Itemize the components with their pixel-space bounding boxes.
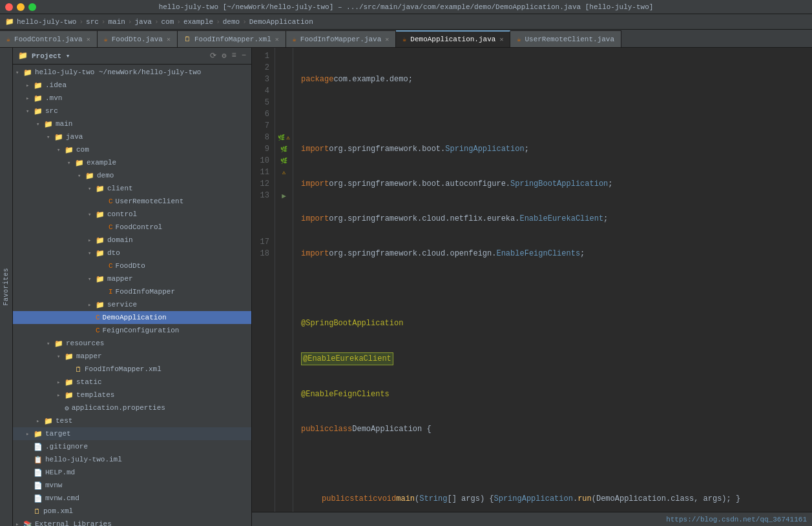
window-title: hello-july-two [~/newWork/hello-july-two… (159, 3, 654, 11)
tree-item-mapper[interactable]: ▾ 📁 mapper (13, 272, 251, 285)
tab-label: FoodDto.java (112, 35, 163, 43)
tree-item-demoapplication[interactable]: C DemoApplication (13, 311, 251, 324)
folder-icon: 📁 (96, 210, 105, 219)
java-icon: ☕ (402, 35, 406, 43)
traffic-lights (5, 3, 36, 11)
breadcrumb-item[interactable]: demo (223, 18, 240, 26)
tree-item-res-mapper[interactable]: ▾ 📁 mapper (13, 350, 251, 363)
tab-label: FoodInfoMapper.xml (194, 35, 271, 43)
tree-item-idea[interactable]: ▸ 📁 .idea (13, 79, 251, 92)
gear-icon[interactable]: ≡ (232, 51, 236, 61)
tree-item-helpmd[interactable]: 📄 HELP.md (13, 466, 251, 479)
minimize-button[interactable] (17, 3, 25, 11)
warning-gutter-icon: ⚠ (286, 134, 289, 141)
tab-demoapplication[interactable]: ☕ DemoApplication.java ✕ (396, 30, 510, 47)
tab-foodinfomapper-xml[interactable]: 🗒 FoodInfoMapper.xml ✕ (178, 30, 286, 47)
tree-item-service[interactable]: ▸ 📁 service (13, 298, 251, 311)
java-file-icon: C (109, 197, 113, 205)
tree-item-fooddto[interactable]: C FoodDto (13, 259, 251, 272)
java-icon: ☕ (104, 35, 108, 43)
project-panel: 📁 Project ▾ ⟳ ⚙ ≡ − ▾ 📁 hello-july-two ~… (13, 48, 252, 526)
tree-item-test[interactable]: ▸ 📁 test (13, 414, 251, 427)
breadcrumb-item[interactable]: example (183, 18, 213, 26)
tree-item-resources[interactable]: ▾ 📁 resources (13, 337, 251, 350)
tab-foodinfomapper-java[interactable]: ☕ FoodInfoMapper.java ✕ (286, 30, 396, 47)
favorites-label: Favorites (3, 268, 10, 306)
close-icon[interactable]: ✕ (87, 35, 90, 43)
tree-item-control[interactable]: ▾ 📁 control (13, 208, 251, 221)
breadcrumb-item[interactable]: com (161, 18, 174, 26)
code-container[interactable]: 1 2 3 4 5 6 7 8 9 10 11 12 13 14 15 16 1… (252, 48, 812, 512)
tree-item-java[interactable]: ▾ 📁 java (13, 130, 251, 143)
tree-item-mvnw[interactable]: 📄 mvnw (13, 479, 251, 492)
close-panel-icon[interactable]: − (242, 51, 246, 61)
favorites-bar[interactable]: Favorites (0, 48, 13, 526)
tree-item-target[interactable]: ▸ 📁 target (13, 427, 251, 440)
breadcrumb-item[interactable]: src (86, 18, 99, 26)
tree-item-foodinfomapper[interactable]: I FoodInfoMapper (13, 285, 251, 298)
main-area: Favorites 📁 Project ▾ ⟳ ⚙ ≡ − ▾ 📁 hello-… (0, 48, 812, 526)
tree-item-mvnwcmd[interactable]: 📄 mvnw.cmd (13, 492, 251, 505)
editor-area: 1 2 3 4 5 6 7 8 9 10 11 12 13 14 15 16 1… (252, 48, 812, 526)
tree-item-example[interactable]: ▾ 📁 example (13, 156, 251, 169)
breadcrumb-item[interactable]: main (108, 18, 125, 26)
tree-item-foodinfomapper-xml[interactable]: 🗒 FoodInfoMapper.xml (13, 363, 251, 376)
folder-icon: 📁 (96, 301, 105, 309)
tab-label: UserRemoteClient.java (525, 35, 614, 43)
tree-item-foodcontrol[interactable]: C FoodControl (13, 221, 251, 234)
tree-item-iml[interactable]: 📋 hello-july-two.iml (13, 453, 251, 466)
tab-foodcontrol[interactable]: ☕ FoodControl.java ✕ (0, 30, 98, 47)
close-icon[interactable]: ✕ (275, 35, 279, 43)
folder-icon: 📁 (96, 275, 105, 283)
tree-item-src[interactable]: ▾ 📁 src (13, 105, 251, 117)
run-gutter-icon[interactable]: ▶ (282, 192, 286, 200)
close-icon[interactable]: ✕ (385, 35, 389, 43)
xml-file-icon: 🗒 (34, 507, 41, 516)
java-file-icon: C (96, 314, 100, 321)
file-icon: 📄 (34, 481, 43, 490)
settings-icon[interactable]: ⚙ (222, 51, 226, 61)
folder-icon: 📁 (96, 249, 105, 258)
breadcrumb-item[interactable]: java (134, 18, 151, 26)
sync-icon[interactable]: ⟳ (210, 51, 216, 61)
tree-item-userremoteclient[interactable]: C UserRemoteClient (13, 195, 251, 208)
tree-item-com[interactable]: ▾ 📁 com (13, 143, 251, 156)
tree-item-root[interactable]: ▾ 📁 hello-july-two ~/newWork/hello-july-… (13, 66, 251, 79)
breadcrumb-item[interactable]: DemoApplication (249, 18, 313, 26)
close-icon[interactable]: ✕ (499, 35, 503, 43)
close-icon[interactable]: ✕ (167, 35, 171, 43)
java-file-icon: I (109, 288, 113, 296)
file-icon: 📄 (34, 443, 43, 451)
code-line-13: public static void main(String[] args) {… (301, 493, 804, 505)
folder-icon: 📁 (44, 417, 53, 425)
project-toolbar: ⟳ ⚙ ≡ − (210, 51, 246, 61)
breadcrumb-item[interactable]: hello-july-two (17, 18, 76, 26)
code-line-11: public class DemoApplication { (301, 423, 804, 435)
project-tree: ▾ 📁 hello-july-two ~/newWork/hello-july-… (13, 65, 251, 526)
maximize-button[interactable] (28, 3, 36, 11)
tree-item-client[interactable]: ▾ 📁 client (13, 182, 251, 195)
tree-item-feignconfiguration[interactable]: C FeignConfiguration (13, 324, 251, 337)
folder-icon: 📁 (23, 68, 32, 77)
tree-item-main[interactable]: ▾ 📁 main (13, 117, 251, 130)
tree-item-gitignore[interactable]: 📄 .gitignore (13, 440, 251, 453)
tree-item-extlibs[interactable]: ▸ 📚 External Libraries (13, 518, 251, 526)
code-line-1: package com.example.demo; (301, 74, 804, 85)
tab-userremoteclient[interactable]: ☕ UserRemoteClient.java (510, 30, 621, 47)
close-button[interactable] (5, 3, 13, 11)
code-content[interactable]: package com.example.demo; import org.spr… (293, 48, 812, 512)
tree-item-mvn[interactable]: ▸ 📁 .mvn (13, 92, 251, 105)
tree-item-domain[interactable]: ▸ 📁 domain (13, 234, 251, 247)
tree-item-application-properties[interactable]: ⚙ application.properties (13, 401, 251, 414)
code-line-6: import org.springframework.cloud.openfei… (301, 248, 804, 259)
tab-fooddto[interactable]: ☕ FoodDto.java ✕ (98, 30, 178, 47)
tree-item-pomxml[interactable]: 🗒 pom.xml (13, 505, 251, 518)
breadcrumb-project-icon: 📁 (5, 17, 14, 26)
folder-icon: 📁 (65, 352, 74, 361)
titlebar: hello-july-two [~/newWork/hello-july-two… (0, 0, 812, 14)
tree-item-dto[interactable]: ▾ 📁 dto (13, 247, 251, 259)
code-line-10: @EnableFeignClients (301, 389, 804, 400)
tree-item-demo[interactable]: ▾ 📁 demo (13, 169, 251, 182)
tree-item-static[interactable]: ▸ 📁 static (13, 376, 251, 389)
tree-item-templates[interactable]: ▸ 📁 templates (13, 389, 251, 401)
